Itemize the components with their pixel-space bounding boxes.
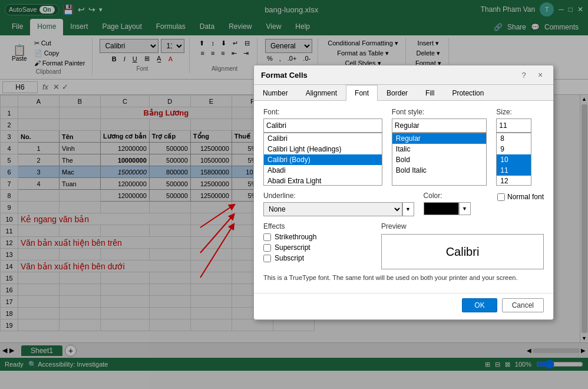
subscript-checkbox[interactable] [263, 255, 271, 262]
font-item-abadi[interactable]: Abadi [264, 165, 382, 176]
effects-checkboxes: Strikethrough Superscript Subscript [263, 233, 372, 262]
preview-box: Calibri [381, 234, 544, 269]
superscript-item: Superscript [263, 243, 372, 252]
style-col: Font style: Regular Italic Bold Bold Ita… [392, 108, 487, 186]
superscript-checkbox[interactable] [263, 244, 271, 252]
subscript-item: Subscript [263, 254, 372, 262]
font-item-abadi-light[interactable]: Abadi Extra Light [264, 176, 382, 186]
style-italic[interactable]: Italic [392, 144, 486, 154]
tab-font[interactable]: Font [346, 85, 378, 101]
tab-border[interactable]: Border [378, 85, 417, 101]
font-info-text: This is a TrueType font. The same font w… [263, 274, 544, 281]
preview-text: Calibri [446, 245, 480, 259]
dialog-title: Format Cells [261, 71, 308, 80]
strikethrough-item: Strikethrough [263, 233, 372, 241]
dialog-close-btn[interactable]: × [534, 69, 546, 81]
size-list: 8 9 10 11 12 14 [496, 133, 531, 186]
size-11[interactable]: 11 [497, 165, 531, 176]
font-style-input[interactable] [392, 118, 487, 133]
style-field-label: Font style: [392, 108, 487, 116]
font-list: Calibri Calibri Light (Headings) Calibri… [263, 133, 382, 186]
font-item-calibri-light[interactable]: Calibri Light (Headings) [264, 144, 382, 154]
style-regular[interactable]: Regular [392, 133, 486, 144]
modal-title-bar: Format Cells ? × [254, 65, 553, 85]
font-size-input[interactable] [496, 118, 531, 133]
superscript-label: Superscript [275, 243, 310, 252]
dialog-body: Font: Calibri Calibri Light (Headings) C… [254, 101, 553, 293]
underline-color-row: Underline: None Single Double ▼ Color: [263, 192, 544, 216]
effects-preview-row: Effects Strikethrough Superscript Sub [263, 222, 544, 269]
dialog-footer: OK Cancel [254, 293, 553, 319]
cancel-button[interactable]: Cancel [502, 298, 544, 312]
color-dropdown-icon[interactable]: ▼ [459, 202, 471, 215]
tab-protection[interactable]: Protection [443, 85, 493, 101]
style-bold[interactable]: Bold [392, 154, 486, 165]
dialog-tabs: Number Alignment Font Border Fill Protec… [254, 85, 553, 101]
size-col: Size: 8 9 10 11 12 14 [496, 108, 544, 186]
normal-font-container: Normal font [497, 193, 544, 201]
tab-fill[interactable]: Fill [417, 85, 443, 101]
preview-label: Preview [381, 222, 544, 230]
size-12[interactable]: 12 [497, 176, 531, 186]
color-label: Color: [424, 192, 442, 200]
font-item-calibri-body[interactable]: Calibri (Body) [264, 154, 382, 165]
normal-font-label: Normal font [507, 193, 544, 201]
strikethrough-label: Strikethrough [275, 233, 316, 241]
color-swatch[interactable] [424, 202, 459, 215]
style-list: Regular Italic Bold Bold Italic [392, 133, 487, 186]
underline-col: Underline: None Single Double ▼ [263, 192, 414, 216]
size-8[interactable]: 8 [497, 133, 531, 144]
effects-label: Effects [263, 222, 372, 230]
ok-button[interactable]: OK [462, 298, 497, 312]
underline-select[interactable]: None Single Double [263, 202, 402, 216]
dialog-help-btn[interactable]: ? [518, 69, 530, 81]
font-name-input[interactable] [263, 118, 382, 133]
size-9[interactable]: 9 [497, 144, 531, 154]
modal-overlay: Format Cells ? × Number Alignment Font B… [0, 0, 588, 389]
size-10[interactable]: 10 [497, 154, 531, 165]
effects-col: Effects Strikethrough Superscript Sub [263, 222, 372, 269]
style-bold-italic[interactable]: Bold Italic [392, 165, 486, 176]
underline-dropdown-icon[interactable]: ▼ [402, 202, 414, 216]
format-cells-dialog: Format Cells ? × Number Alignment Font B… [253, 65, 554, 320]
tab-number[interactable]: Number [254, 85, 297, 101]
subscript-label: Subscript [275, 254, 304, 262]
font-col: Font: Calibri Calibri Light (Headings) C… [263, 108, 382, 186]
preview-col: Preview Calibri [381, 222, 544, 269]
strikethrough-checkbox[interactable] [263, 233, 271, 241]
size-field-label: Size: [496, 108, 544, 116]
font-row: Font: Calibri Calibri Light (Headings) C… [263, 108, 544, 186]
normal-font-checkbox[interactable] [497, 193, 505, 201]
underline-label: Underline: [263, 192, 414, 200]
font-item-calibri[interactable]: Calibri [264, 133, 382, 144]
color-col: Color: Normal font ▼ [424, 192, 544, 216]
font-field-label: Font: [263, 108, 382, 116]
tab-alignment[interactable]: Alignment [297, 85, 346, 101]
